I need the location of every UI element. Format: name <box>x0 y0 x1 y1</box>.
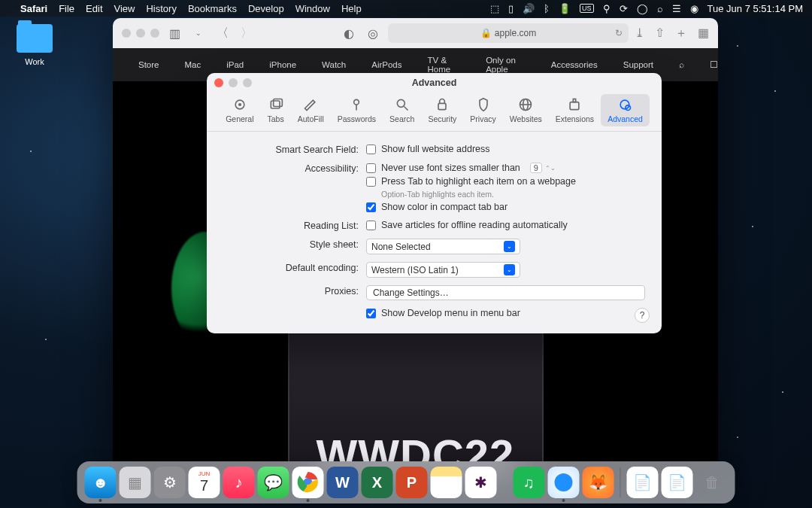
menu-develop[interactable]: Develop <box>248 3 284 14</box>
nav-bag-icon[interactable]: ☐ <box>710 59 718 70</box>
menubar-app[interactable]: Safari <box>20 3 47 14</box>
nav-onlyapple[interactable]: Only on Apple <box>486 56 526 74</box>
desktop-folder-work[interactable]: Work <box>14 24 56 66</box>
nav-iphone[interactable]: iPhone <box>269 60 296 69</box>
url-text: apple.com <box>495 28 536 38</box>
menubar[interactable]: Safari File Edit View History Bookmarks … <box>0 0 812 17</box>
dock-doc1[interactable]: 📄 <box>627 467 659 498</box>
dock-firefox[interactable]: 🦊 <box>583 467 614 498</box>
menubar-clock[interactable]: Tue Jun 7 5:51:14 PM <box>707 3 803 14</box>
menu-view[interactable]: View <box>114 3 135 14</box>
prefs-tab-general[interactable]: General <box>219 94 260 126</box>
nav-support[interactable]: Support <box>623 60 653 69</box>
dock-calendar[interactable]: JUN7 <box>189 467 220 498</box>
share-icon[interactable]: ⇧ <box>655 26 665 41</box>
dock-settings[interactable]: ⚙ <box>154 467 186 498</box>
prefs-tab-privacy[interactable]: Privacy <box>463 94 502 126</box>
prefs-tab-search[interactable]: Search <box>383 94 421 126</box>
menu-history[interactable]: History <box>146 3 176 14</box>
new-tab-icon[interactable]: ＋ <box>675 26 687 41</box>
sidebar-toggle-icon[interactable]: ▥ <box>165 24 183 42</box>
svg-point-18 <box>555 473 573 491</box>
input-source-icon[interactable]: US <box>580 4 594 13</box>
nav-ipad[interactable]: iPad <box>226 60 244 69</box>
safari-toolbar: ▥ ⌄ 〈 〉 ◐ ◎ 🔒 apple.com ↻ ⤓ ⇧ ＋ ▦ <box>113 18 718 48</box>
prefs-tab-extensions[interactable]: Extensions <box>549 94 601 126</box>
back-button[interactable]: 〈 <box>214 24 232 42</box>
checkbox-offline-reading[interactable]: Save articles for offline reading automa… <box>366 220 645 230</box>
sync-icon[interactable]: ⟳ <box>620 3 628 14</box>
label-encoding: Default encoding: <box>223 262 366 273</box>
bluetooth-icon[interactable]: ᛒ <box>544 3 550 14</box>
menu-window[interactable]: Window <box>295 3 330 14</box>
hint-option-tab: Option-Tab highlights each item. <box>381 190 645 199</box>
dock-spotify[interactable]: ♫ <box>514 467 545 498</box>
select-min-font[interactable]: 9⌃⌄ <box>530 163 556 173</box>
dock-chrome[interactable] <box>292 467 324 498</box>
wifi-icon[interactable]: ⚲ <box>603 3 611 14</box>
nav-mac[interactable]: Mac <box>185 60 201 69</box>
dock-trash[interactable]: 🗑 <box>696 467 728 498</box>
reader-shield-icon[interactable]: ◐ <box>340 24 358 42</box>
checkbox-develop-menu[interactable]: Show Develop menu in menu bar <box>366 308 645 318</box>
dock-safari[interactable] <box>548 467 580 498</box>
prefs-tab-tabs[interactable]: Tabs <box>261 94 291 126</box>
volume-icon[interactable]: 🔊 <box>523 3 535 14</box>
dock-finder[interactable]: ☻ <box>85 467 117 498</box>
help-button[interactable]: ? <box>635 308 650 323</box>
nav-airpods[interactable]: AirPods <box>371 60 401 69</box>
dock-messages[interactable]: 💬 <box>258 467 289 498</box>
extensions-icon[interactable]: ◎ <box>364 24 382 42</box>
prefs-tab-websites[interactable]: Websites <box>503 94 549 126</box>
checkbox-tab-highlight[interactable]: Press Tab to highlight each item on a we… <box>366 176 645 187</box>
dock-excel[interactable]: X <box>362 467 393 498</box>
dock-word[interactable]: W <box>327 467 359 498</box>
control-center-icon[interactable]: ☰ <box>672 3 681 14</box>
forward-button[interactable]: 〉 <box>238 24 256 42</box>
prefs-window-controls[interactable] <box>214 78 252 87</box>
nav-watch[interactable]: Watch <box>322 60 346 69</box>
label-proxies: Proxies: <box>223 285 366 297</box>
menu-help[interactable]: Help <box>341 3 362 14</box>
reload-icon[interactable]: ↻ <box>615 28 623 38</box>
siri-icon[interactable]: ◉ <box>690 3 698 14</box>
battery-icon[interactable]: 🔋 <box>559 3 571 14</box>
window-controls[interactable] <box>122 29 159 38</box>
menu-bookmarks[interactable]: Bookmarks <box>188 3 237 14</box>
svg-rect-3 <box>273 99 282 107</box>
menu-edit[interactable]: Edit <box>86 3 102 14</box>
prefs-body: Smart Search Field: Show full website ad… <box>207 132 662 333</box>
prefs-tabs: General Tabs AutoFill Passwords Search S… <box>207 93 662 132</box>
dock[interactable]: ☻ ▦ ⚙ JUN7 ♪ 💬 W X P ✱ ♫ 🦊 📄 📄 🗑 <box>77 461 735 503</box>
dock-notes[interactable] <box>431 467 462 498</box>
button-change-proxies[interactable]: Change Settings… <box>366 285 645 300</box>
dock-doc2[interactable]: 📄 <box>662 467 693 498</box>
user-icon[interactable]: ◯ <box>637 3 648 14</box>
prefs-tab-autofill[interactable]: AutoFill <box>291 94 331 126</box>
prefs-tab-passwords[interactable]: Passwords <box>331 94 383 126</box>
tab-overview-icon[interactable]: ▦ <box>698 26 709 41</box>
prefs-tab-security[interactable]: Security <box>421 94 463 126</box>
dropbox-icon[interactable]: ⬚ <box>490 3 499 14</box>
spotlight-icon[interactable]: ⌕ <box>657 3 663 14</box>
checkbox-full-address[interactable]: Show full website address <box>366 144 645 154</box>
address-bar[interactable]: 🔒 apple.com ↻ <box>388 23 629 43</box>
dock-slack[interactable]: ✱ <box>465 467 497 498</box>
nav-tvhome[interactable]: TV & Home <box>428 56 461 74</box>
prefs-tab-advanced[interactable]: Advanced <box>601 94 650 126</box>
checkbox-min-font[interactable]: Never use font sizes smaller than 9⌃⌄ <box>366 163 645 173</box>
phone-icon[interactable]: ▯ <box>508 3 514 14</box>
nav-store[interactable]: Store <box>138 60 159 69</box>
tab-group-chevron-icon[interactable]: ⌄ <box>189 24 208 42</box>
downloads-icon[interactable]: ⤓ <box>635 26 644 41</box>
nav-accessories[interactable]: Accessories <box>551 60 598 69</box>
checkbox-compact-color[interactable]: Show color in compact tab bar <box>366 202 645 212</box>
dock-launchpad[interactable]: ▦ <box>120 467 151 498</box>
menu-file[interactable]: File <box>59 3 74 14</box>
label-stylesheet: Style sheet: <box>223 239 366 250</box>
dock-powerpoint[interactable]: P <box>396 467 428 498</box>
select-encoding[interactable]: Western (ISO Latin 1)⌄ <box>366 262 520 278</box>
nav-search-icon[interactable]: ⌕ <box>679 60 684 69</box>
dock-music[interactable]: ♪ <box>223 467 255 498</box>
select-stylesheet[interactable]: None Selected⌄ <box>366 239 520 254</box>
